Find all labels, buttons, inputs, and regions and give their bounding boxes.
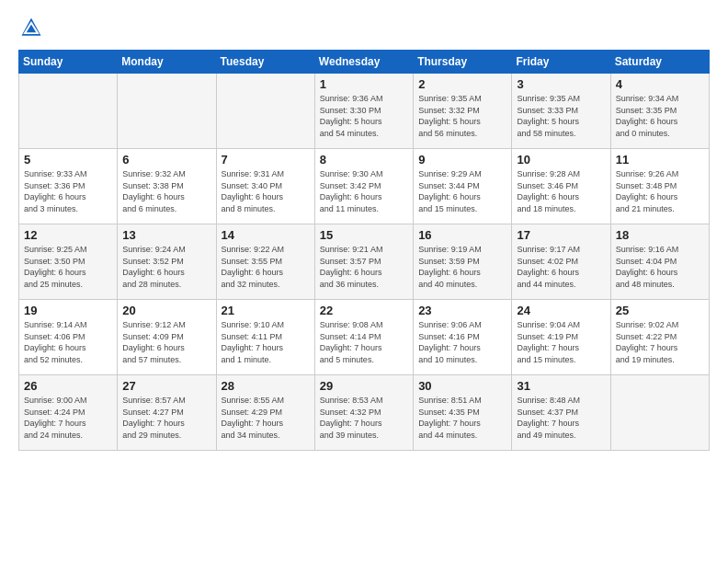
day-info: Sunrise: 8:53 AM Sunset: 4:32 PM Dayligh… — [320, 395, 408, 441]
day-number: 7 — [222, 153, 310, 167]
calendar-cell: 5Sunrise: 9:33 AM Sunset: 3:36 PM Daylig… — [19, 149, 118, 224]
day-info: Sunrise: 9:33 AM Sunset: 3:36 PM Dayligh… — [24, 168, 112, 214]
calendar-day-header: Thursday — [414, 51, 512, 74]
calendar-day-header: Saturday — [610, 51, 709, 74]
calendar-cell — [19, 74, 118, 149]
calendar-cell: 12Sunrise: 9:25 AM Sunset: 3:50 PM Dayli… — [19, 224, 118, 300]
calendar-cell: 3Sunrise: 9:35 AM Sunset: 3:33 PM Daylig… — [512, 74, 610, 149]
logo-icon — [18, 15, 44, 40]
calendar-cell: 20Sunrise: 9:12 AM Sunset: 4:09 PM Dayli… — [118, 300, 216, 375]
calendar-day-header: Wednesday — [314, 51, 413, 74]
calendar: SundayMondayTuesdayWednesdayThursdayFrid… — [18, 50, 710, 451]
day-number: 13 — [122, 228, 210, 242]
calendar-cell: 10Sunrise: 9:28 AM Sunset: 3:46 PM Dayli… — [512, 149, 610, 224]
day-number: 12 — [24, 228, 112, 242]
day-info: Sunrise: 9:06 AM Sunset: 4:16 PM Dayligh… — [418, 319, 506, 365]
day-info: Sunrise: 9:04 AM Sunset: 4:19 PM Dayligh… — [517, 319, 605, 365]
logo — [18, 15, 48, 40]
day-info: Sunrise: 9:32 AM Sunset: 3:38 PM Dayligh… — [122, 168, 210, 214]
day-number: 27 — [122, 379, 210, 393]
day-info: Sunrise: 9:34 AM Sunset: 3:35 PM Dayligh… — [616, 93, 704, 139]
day-number: 16 — [418, 228, 506, 242]
page: SundayMondayTuesdayWednesdayThursdayFrid… — [0, 0, 728, 563]
day-info: Sunrise: 9:00 AM Sunset: 4:24 PM Dayligh… — [24, 395, 112, 441]
calendar-cell — [216, 74, 314, 149]
day-info: Sunrise: 9:25 AM Sunset: 3:50 PM Dayligh… — [24, 244, 112, 290]
calendar-cell: 23Sunrise: 9:06 AM Sunset: 4:16 PM Dayli… — [414, 300, 512, 375]
calendar-cell: 25Sunrise: 9:02 AM Sunset: 4:22 PM Dayli… — [610, 300, 709, 375]
calendar-cell: 30Sunrise: 8:51 AM Sunset: 4:35 PM Dayli… — [414, 375, 512, 451]
day-number: 1 — [320, 77, 408, 91]
day-number: 5 — [24, 153, 112, 167]
day-number: 23 — [418, 304, 506, 317]
day-number: 10 — [517, 153, 605, 167]
calendar-cell — [610, 375, 709, 451]
day-info: Sunrise: 9:16 AM Sunset: 4:04 PM Dayligh… — [616, 244, 704, 290]
header — [18, 15, 710, 40]
day-info: Sunrise: 8:57 AM Sunset: 4:27 PM Dayligh… — [122, 395, 210, 441]
day-number: 21 — [222, 304, 310, 317]
day-info: Sunrise: 9:24 AM Sunset: 3:52 PM Dayligh… — [122, 244, 210, 290]
day-info: Sunrise: 9:17 AM Sunset: 4:02 PM Dayligh… — [517, 244, 605, 290]
day-number: 11 — [616, 153, 704, 167]
calendar-cell: 28Sunrise: 8:55 AM Sunset: 4:29 PM Dayli… — [216, 375, 314, 451]
day-number: 31 — [517, 379, 605, 393]
day-info: Sunrise: 8:51 AM Sunset: 4:35 PM Dayligh… — [418, 395, 506, 441]
day-info: Sunrise: 9:28 AM Sunset: 3:46 PM Dayligh… — [517, 168, 605, 214]
day-number: 2 — [418, 77, 506, 91]
day-info: Sunrise: 9:08 AM Sunset: 4:14 PM Dayligh… — [320, 319, 408, 365]
day-number: 30 — [418, 379, 506, 393]
calendar-day-header: Friday — [512, 51, 610, 74]
day-number: 17 — [517, 228, 605, 242]
day-number: 28 — [222, 379, 310, 393]
day-info: Sunrise: 9:22 AM Sunset: 3:55 PM Dayligh… — [222, 244, 310, 290]
calendar-cell: 2Sunrise: 9:35 AM Sunset: 3:32 PM Daylig… — [414, 74, 512, 149]
calendar-cell: 15Sunrise: 9:21 AM Sunset: 3:57 PM Dayli… — [314, 224, 413, 300]
day-info: Sunrise: 9:29 AM Sunset: 3:44 PM Dayligh… — [418, 168, 506, 214]
day-number: 9 — [418, 153, 506, 167]
day-number: 8 — [320, 153, 408, 167]
day-info: Sunrise: 9:31 AM Sunset: 3:40 PM Dayligh… — [222, 168, 310, 214]
day-number: 18 — [616, 228, 704, 242]
calendar-header-row: SundayMondayTuesdayWednesdayThursdayFrid… — [19, 51, 710, 74]
calendar-cell: 4Sunrise: 9:34 AM Sunset: 3:35 PM Daylig… — [610, 74, 709, 149]
calendar-cell: 22Sunrise: 9:08 AM Sunset: 4:14 PM Dayli… — [314, 300, 413, 375]
day-number: 24 — [517, 304, 605, 317]
calendar-cell: 16Sunrise: 9:19 AM Sunset: 3:59 PM Dayli… — [414, 224, 512, 300]
calendar-cell: 21Sunrise: 9:10 AM Sunset: 4:11 PM Dayli… — [216, 300, 314, 375]
day-number: 20 — [122, 304, 210, 317]
calendar-cell: 8Sunrise: 9:30 AM Sunset: 3:42 PM Daylig… — [314, 149, 413, 224]
calendar-cell: 6Sunrise: 9:32 AM Sunset: 3:38 PM Daylig… — [118, 149, 216, 224]
day-number: 3 — [517, 77, 605, 91]
calendar-cell: 7Sunrise: 9:31 AM Sunset: 3:40 PM Daylig… — [216, 149, 314, 224]
calendar-week-row: 1Sunrise: 9:36 AM Sunset: 3:30 PM Daylig… — [19, 74, 710, 149]
calendar-cell: 31Sunrise: 8:48 AM Sunset: 4:37 PM Dayli… — [512, 375, 610, 451]
day-info: Sunrise: 9:36 AM Sunset: 3:30 PM Dayligh… — [320, 93, 408, 139]
calendar-week-row: 26Sunrise: 9:00 AM Sunset: 4:24 PM Dayli… — [19, 375, 710, 451]
calendar-cell: 13Sunrise: 9:24 AM Sunset: 3:52 PM Dayli… — [118, 224, 216, 300]
calendar-cell: 11Sunrise: 9:26 AM Sunset: 3:48 PM Dayli… — [610, 149, 709, 224]
day-number: 29 — [320, 379, 408, 393]
day-info: Sunrise: 9:12 AM Sunset: 4:09 PM Dayligh… — [122, 319, 210, 365]
day-info: Sunrise: 9:02 AM Sunset: 4:22 PM Dayligh… — [616, 319, 704, 365]
day-number: 4 — [616, 77, 704, 91]
day-info: Sunrise: 9:21 AM Sunset: 3:57 PM Dayligh… — [320, 244, 408, 290]
calendar-cell: 24Sunrise: 9:04 AM Sunset: 4:19 PM Dayli… — [512, 300, 610, 375]
day-number: 14 — [222, 228, 310, 242]
day-info: Sunrise: 9:30 AM Sunset: 3:42 PM Dayligh… — [320, 168, 408, 214]
day-info: Sunrise: 9:10 AM Sunset: 4:11 PM Dayligh… — [222, 319, 310, 365]
calendar-week-row: 5Sunrise: 9:33 AM Sunset: 3:36 PM Daylig… — [19, 149, 710, 224]
day-number: 26 — [24, 379, 112, 393]
day-number: 25 — [616, 304, 704, 317]
day-info: Sunrise: 8:55 AM Sunset: 4:29 PM Dayligh… — [222, 395, 310, 441]
day-info: Sunrise: 8:48 AM Sunset: 4:37 PM Dayligh… — [517, 395, 605, 441]
calendar-cell — [118, 74, 216, 149]
day-number: 22 — [320, 304, 408, 317]
calendar-cell: 1Sunrise: 9:36 AM Sunset: 3:30 PM Daylig… — [314, 74, 413, 149]
day-info: Sunrise: 9:26 AM Sunset: 3:48 PM Dayligh… — [616, 168, 704, 214]
calendar-day-header: Monday — [118, 51, 216, 74]
day-info: Sunrise: 9:35 AM Sunset: 3:32 PM Dayligh… — [418, 93, 506, 139]
calendar-week-row: 19Sunrise: 9:14 AM Sunset: 4:06 PM Dayli… — [19, 300, 710, 375]
calendar-cell: 9Sunrise: 9:29 AM Sunset: 3:44 PM Daylig… — [414, 149, 512, 224]
calendar-cell: 18Sunrise: 9:16 AM Sunset: 4:04 PM Dayli… — [610, 224, 709, 300]
